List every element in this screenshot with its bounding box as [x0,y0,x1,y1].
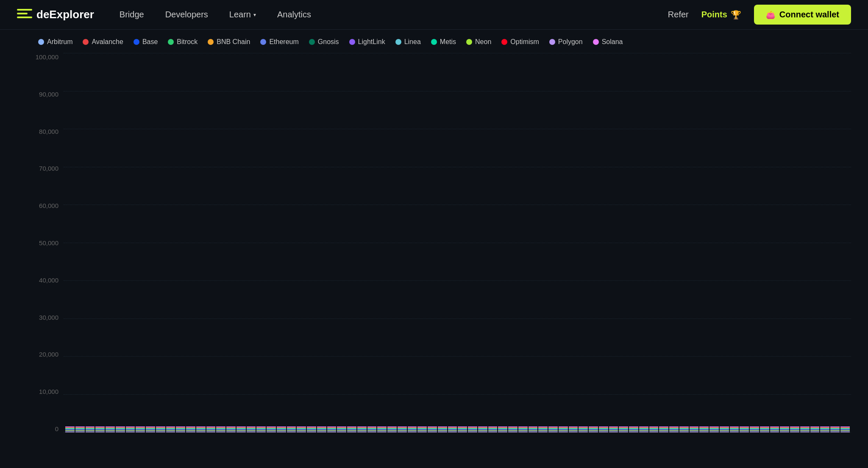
bar-segment-arbitrum [367,432,377,432]
legend-item-base: Base [134,38,158,46]
bar-col [398,426,407,432]
nav-item-developers[interactable]: Developers [165,10,208,19]
bar-col [95,426,105,432]
bar-col [176,426,185,432]
bar-col [649,426,659,432]
bar-col [690,426,699,432]
bar-col [438,426,447,432]
bar-col [538,426,548,432]
bar-col [357,426,367,432]
points-button[interactable]: Points 🏆 [701,10,741,20]
bar-col [226,426,236,432]
bar-col [730,426,739,432]
logo[interactable]: deExplorer [17,8,94,21]
bar-segment-arbitrum [438,432,447,432]
legend-item-arbitrum: Arbitrum [38,38,72,46]
legend-item-bitrock: Bitrock [168,38,198,46]
bar-segment-arbitrum [236,432,246,432]
bar-segment-arbitrum [106,432,115,432]
bar-col [256,426,266,432]
bar-col [800,426,810,432]
bar-segment-arbitrum [267,432,276,432]
bar-col [508,426,517,432]
bar-col [458,426,467,432]
nav-item-learn[interactable]: Learn▾ [229,10,256,19]
trophy-icon: 🏆 [731,10,741,20]
bar-segment-arbitrum [659,432,668,432]
bar-segment-arbitrum [337,432,346,432]
bar-segment-arbitrum [760,432,769,432]
legend-dot [431,39,437,45]
logo-text: deExplorer [36,8,94,21]
legend-label: Metis [440,38,456,46]
bar-col [498,426,507,432]
bar-segment-arbitrum [810,432,820,432]
bar-segment-arbitrum [186,432,195,432]
logo-icon [17,9,32,21]
bar-col [65,426,75,432]
bar-col [840,426,850,432]
bar-segment-arbitrum [428,432,437,432]
bar-segment-arbitrum [830,432,840,432]
bar-segment-arbitrum [559,432,568,432]
legend-dot [208,39,214,45]
bar-col [216,426,225,432]
connect-wallet-button[interactable]: 👛 Connect wallet [754,5,851,25]
legend-dot [349,39,355,45]
bar-col [75,426,85,432]
bar-segment-arbitrum [669,432,679,432]
bar-segment-arbitrum [448,432,457,432]
nav-item-analytics[interactable]: Analytics [277,10,311,19]
bar-col [569,426,578,432]
bar-col [367,426,377,432]
bar-col [820,426,829,432]
bar-segment-arbitrum [488,432,498,432]
legend-dot [593,39,599,45]
bar-segment-arbitrum [417,432,427,432]
nav-item-bridge[interactable]: Bridge [120,10,144,19]
bar-col [408,426,417,432]
bars-area [64,53,851,432]
bar-col [377,426,387,432]
bar-col [468,426,477,432]
legend-dot [309,39,315,45]
header: deExplorer BridgeDevelopersLearn▾Analyti… [0,0,868,30]
bar-segment-arbitrum [307,432,316,432]
main-nav: BridgeDevelopersLearn▾Analytics [120,10,668,19]
legend-item-ethereum: Ethereum [260,38,298,46]
chart-legend: ArbitrumAvalancheBaseBitrockBNB ChainEth… [34,38,851,46]
bar-col [236,426,246,432]
bar-col [478,426,487,432]
bar-col [679,426,689,432]
bar-col [448,426,457,432]
y-axis-label: 20,000 [34,351,64,358]
refer-button[interactable]: Refer [668,10,689,19]
bar-segment-arbitrum [327,432,337,432]
bar-col [589,426,598,432]
bar-col [116,426,125,432]
y-axis-label: 90,000 [34,91,64,98]
bar-col [740,426,749,432]
bar-segment-arbitrum [538,432,548,432]
legend-item-avalanche: Avalanche [83,38,123,46]
bar-segment-arbitrum [136,432,145,432]
bar-segment-arbitrum [629,432,638,432]
bar-segment-arbitrum [840,432,850,432]
header-right: Refer Points 🏆 👛 Connect wallet [668,5,851,25]
bar-segment-arbitrum [126,432,135,432]
bar-segment-arbitrum [65,432,75,432]
bar-col [327,426,337,432]
chart-container: ArbitrumAvalancheBaseBitrockBNB ChainEth… [0,30,868,468]
bar-col [387,426,397,432]
legend-label: Avalanche [92,38,123,46]
bar-col [267,426,276,432]
bar-segment-arbitrum [86,432,95,432]
bar-segment-arbitrum [166,432,175,432]
bar-segment-arbitrum [357,432,367,432]
legend-dot [501,39,507,45]
bar-col [760,426,769,432]
bar-col [428,426,437,432]
bar-segment-arbitrum [478,432,487,432]
bar-segment-arbitrum [569,432,578,432]
bar-col [186,426,195,432]
